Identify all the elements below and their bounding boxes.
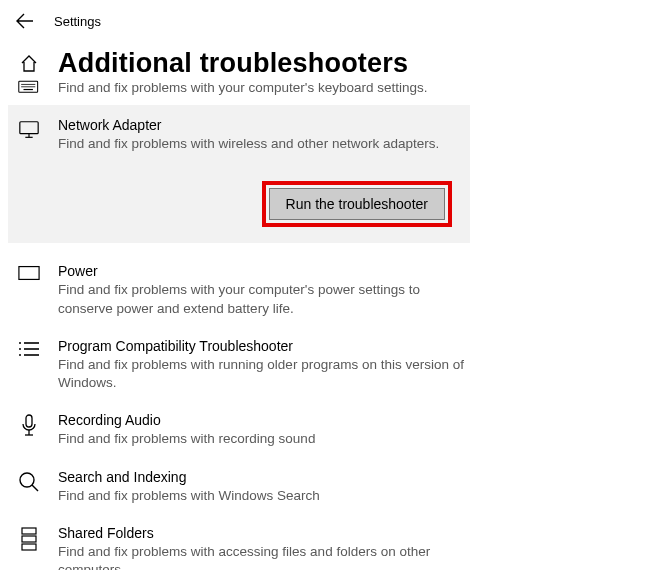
item-title: Network Adapter — [58, 117, 458, 133]
troubleshooter-recording-audio[interactable]: Recording Audio Find and fix problems wi… — [0, 402, 654, 458]
svg-rect-4 — [20, 122, 38, 134]
search-icon — [18, 471, 40, 493]
keyboard-icon — [18, 77, 40, 95]
troubleshooter-search-indexing[interactable]: Search and Indexing Find and fix problem… — [0, 459, 654, 515]
back-arrow-icon[interactable] — [16, 12, 34, 30]
item-desc: Find and fix problems with wireless and … — [58, 135, 458, 153]
item-desc: Find and fix problems with accessing fil… — [58, 543, 478, 570]
title-row: Additional troubleshooters — [0, 48, 654, 79]
highlight-frame: Run the troubleshooter — [262, 181, 452, 227]
folder-stack-icon — [18, 527, 40, 551]
item-desc: Find and fix problems with your computer… — [58, 281, 478, 317]
item-title: Search and Indexing — [58, 469, 636, 485]
item-desc: Find and fix problems with your computer… — [58, 79, 478, 97]
home-icon[interactable] — [18, 54, 40, 74]
window-header: Settings — [0, 0, 654, 42]
item-desc: Find and fix problems with Windows Searc… — [58, 487, 478, 505]
troubleshooter-shared-folders[interactable]: Shared Folders Find and fix problems wit… — [0, 515, 654, 570]
item-title: Program Compatibility Troubleshooter — [58, 338, 636, 354]
item-title: Recording Audio — [58, 412, 636, 428]
power-rect-icon — [18, 265, 40, 281]
svg-rect-19 — [22, 528, 36, 534]
svg-rect-7 — [19, 267, 39, 280]
item-desc: Find and fix problems with running older… — [58, 356, 478, 392]
troubleshooter-list: Find and fix problems with your computer… — [0, 81, 654, 570]
svg-rect-20 — [22, 536, 36, 542]
item-title: Shared Folders — [58, 525, 636, 541]
monitor-icon — [18, 119, 40, 141]
svg-rect-21 — [22, 544, 36, 550]
item-desc: Find and fix problems with recording sou… — [58, 430, 478, 448]
list-icon — [18, 340, 40, 358]
troubleshooter-keyboard-truncated[interactable]: Find and fix problems with your computer… — [0, 81, 654, 101]
run-troubleshooter-button[interactable]: Run the troubleshooter — [269, 188, 445, 220]
troubleshooter-power[interactable]: Power Find and fix problems with your co… — [0, 253, 654, 327]
microphone-icon — [18, 414, 40, 440]
header-title: Settings — [54, 14, 101, 29]
troubleshooter-network-adapter-selected[interactable]: Network Adapter Find and fix problems wi… — [8, 105, 470, 243]
svg-line-18 — [32, 485, 38, 491]
page-title: Additional troubleshooters — [58, 48, 408, 79]
item-title: Power — [58, 263, 636, 279]
svg-point-17 — [20, 473, 34, 487]
troubleshooter-program-compatibility[interactable]: Program Compatibility Troubleshooter Fin… — [0, 328, 654, 402]
svg-rect-14 — [26, 415, 32, 427]
